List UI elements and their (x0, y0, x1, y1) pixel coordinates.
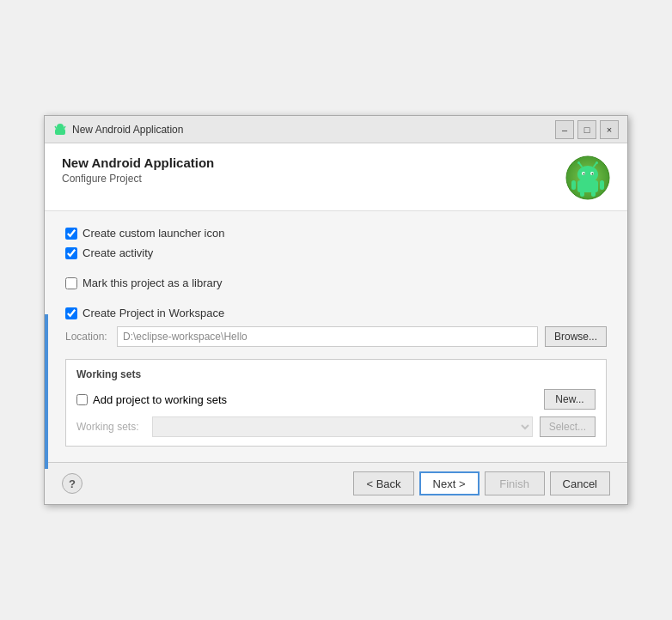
footer: ? < Back Next > Finish Cancel (45, 462, 627, 504)
add-working-sets-label[interactable]: Add project to working sets (93, 393, 227, 406)
svg-line-2 (55, 126, 57, 129)
create-activity-label[interactable]: Create activity (82, 246, 153, 259)
header-text: New Android Application Configure Projec… (62, 155, 214, 185)
create-workspace-label[interactable]: Create Project in Workspace (82, 307, 224, 319)
next-button[interactable]: Next > (419, 471, 480, 495)
working-sets-add-row: Add project to working sets New... (76, 389, 596, 410)
working-sets-select-row: Working sets: Select... (76, 416, 596, 437)
svg-rect-1 (55, 129, 65, 135)
page-subtitle: Configure Project (62, 173, 214, 185)
maximize-button[interactable]: □ (577, 120, 596, 139)
content-area: Create custom launcher icon Create activ… (45, 211, 627, 462)
separator-1 (65, 266, 607, 277)
mark-library-label[interactable]: Mark this project as a library (82, 277, 223, 289)
working-sets-box: Working sets Add project to working sets… (65, 359, 607, 447)
mark-library-row: Mark this project as a library (65, 277, 607, 289)
launcher-icon-row: Create custom launcher icon (65, 227, 607, 240)
separator-2 (65, 296, 607, 307)
header-section: New Android Application Configure Projec… (45, 143, 627, 211)
help-button[interactable]: ? (62, 473, 82, 494)
svg-rect-16 (600, 180, 604, 190)
add-working-sets-checkbox[interactable] (76, 394, 88, 405)
working-sets-title: Working sets (76, 368, 596, 380)
content-wrapper: Create custom launcher icon Create activ… (45, 211, 627, 462)
minimize-button[interactable]: – (555, 120, 574, 139)
select-working-set-button: Select... (540, 416, 596, 437)
svg-line-3 (64, 126, 65, 129)
main-window: New Android Application – □ × New Androi… (44, 115, 628, 505)
svg-point-9 (596, 161, 598, 164)
create-workspace-checkbox[interactable] (65, 307, 77, 319)
window-icon (53, 123, 67, 137)
location-row: Location: Browse... (65, 326, 607, 347)
finish-button[interactable]: Finish (485, 471, 545, 495)
working-sets-select (152, 416, 533, 437)
create-workspace-row: Create Project in Workspace (65, 307, 607, 319)
create-activity-checkbox[interactable] (65, 247, 77, 259)
svg-rect-17 (580, 191, 584, 197)
launcher-icon-checkbox[interactable] (65, 228, 77, 240)
working-sets-select-label: Working sets: (76, 421, 145, 433)
title-bar-left: New Android Application (53, 123, 183, 137)
android-logo (565, 155, 610, 200)
location-section: Location: Browse... (65, 326, 607, 347)
footer-left: ? (62, 473, 82, 494)
svg-rect-18 (591, 191, 596, 197)
footer-right: < Back Next > Finish Cancel (353, 471, 610, 495)
mark-library-checkbox[interactable] (65, 277, 77, 289)
svg-point-7 (577, 161, 580, 164)
location-input[interactable] (117, 326, 538, 347)
title-bar-buttons: – □ × (555, 120, 619, 139)
cancel-button[interactable]: Cancel (550, 471, 610, 495)
title-bar-text: New Android Application (72, 124, 183, 136)
close-button[interactable]: × (600, 120, 619, 139)
page-title: New Android Application (62, 155, 214, 170)
browse-button[interactable]: Browse... (545, 326, 607, 347)
back-button[interactable]: < Back (353, 471, 413, 495)
accent-bar (45, 314, 48, 469)
new-working-set-button[interactable]: New... (544, 389, 596, 410)
svg-point-12 (583, 173, 585, 175)
title-bar: New Android Application – □ × (45, 116, 627, 143)
svg-rect-15 (571, 180, 576, 190)
working-sets-left: Add project to working sets (76, 393, 227, 406)
location-label: Location: (65, 331, 110, 343)
svg-point-13 (592, 173, 594, 175)
launcher-icon-label[interactable]: Create custom launcher icon (82, 227, 224, 240)
create-activity-row: Create activity (65, 246, 607, 259)
svg-rect-14 (577, 180, 598, 192)
